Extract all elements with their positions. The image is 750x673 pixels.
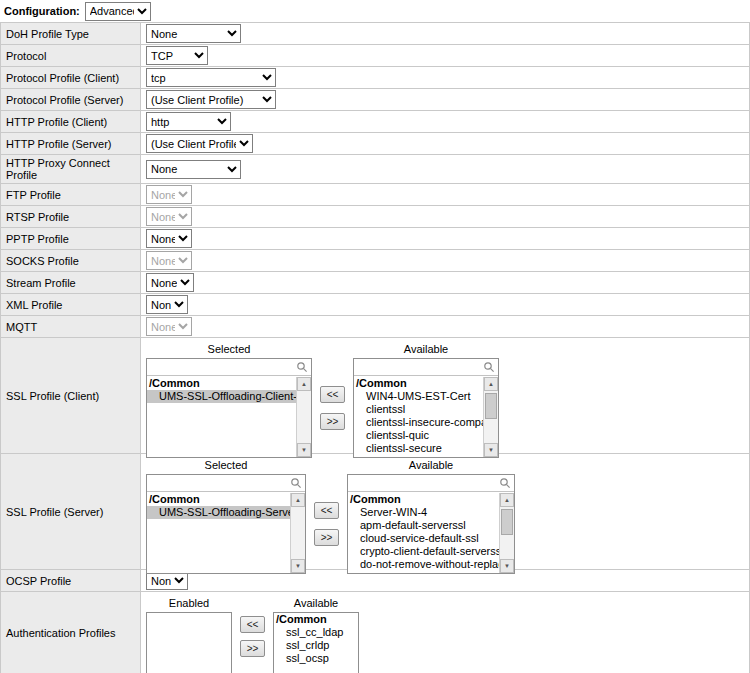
- scrollbar[interactable]: ▲ ▼: [499, 493, 514, 573]
- move-to-available-button[interactable]: >>: [240, 640, 265, 657]
- protocol-profile-client-select[interactable]: tcp: [146, 68, 276, 87]
- list-group-header[interactable]: /Common: [274, 613, 358, 626]
- field-label: Authentication Profiles: [1, 592, 141, 673]
- list-group-header[interactable]: /Common: [147, 493, 290, 506]
- ssl-server-dual-list: Selected /CommonUMS-SSL-Offloading-Serve…: [146, 458, 515, 574]
- search-filter[interactable]: [147, 475, 305, 492]
- profile-settings-table: DoH Profile Type None Protocol TCP Proto…: [0, 22, 750, 673]
- list-item[interactable]: crypto-server-default-clientssl: [354, 455, 483, 457]
- scrollbar[interactable]: ▲ ▼: [290, 493, 305, 573]
- move-to-available-button[interactable]: >>: [320, 413, 345, 430]
- ssl-client-dual-list: Selected /CommonUMS-SSL-Offloading-Clien…: [146, 342, 499, 458]
- scroll-down-icon[interactable]: ▼: [484, 443, 498, 457]
- row-ssl-profile-server: SSL Profile (Server) Selected /CommonUMS…: [1, 454, 749, 570]
- protocol-profile-server-select[interactable]: (Use Client Profile): [146, 90, 276, 109]
- list-item[interactable]: UMS-SSL-Offloading-Server-Profile: [147, 506, 290, 519]
- list-group-header[interactable]: /Common: [147, 377, 296, 390]
- http-profile-server-select[interactable]: (Use Client Profile): [146, 134, 253, 153]
- scrollbar-thumb[interactable]: [485, 393, 497, 419]
- auth-enabled-listbox[interactable]: [146, 612, 232, 673]
- list-item[interactable]: crypto-client-default-serverssl: [348, 545, 499, 558]
- ssl-client-selected-listbox[interactable]: /CommonUMS-SSL-Offloading-Client-Profile…: [146, 358, 312, 458]
- scrollbar-thumb[interactable]: [501, 509, 513, 535]
- list-item[interactable]: clientssl-quic: [354, 429, 483, 442]
- ssl-client-available-list[interactable]: /CommonWIN4-UMS-EST-Certclientsslclients…: [354, 377, 483, 457]
- auth-available-list[interactable]: /Commonssl_cc_ldapssl_crldpssl_ocsp: [274, 613, 358, 673]
- list-item[interactable]: do-not-remove-without-replacement: [348, 558, 499, 571]
- search-icon: [290, 477, 302, 489]
- configuration-select[interactable]: Advanced: [85, 2, 151, 21]
- move-to-selected-button[interactable]: <<: [320, 386, 345, 403]
- ssl-server-available-list[interactable]: /CommonServer-WIN-4apm-default-serverssl…: [348, 493, 499, 573]
- list-item[interactable]: Server-WIN-4: [348, 506, 499, 519]
- row-authentication-profiles: Authentication Profiles Enabled << >> Av…: [1, 592, 749, 673]
- list-item[interactable]: cloud-service-default-ssl: [348, 532, 499, 545]
- enabled-header: Enabled: [146, 596, 232, 612]
- scroll-up-icon[interactable]: ▲: [484, 377, 498, 391]
- list-group-header[interactable]: /Common: [354, 377, 483, 390]
- list-item[interactable]: ssl_crldp: [274, 639, 358, 652]
- list-item[interactable]: ssl_cc_ldap: [274, 626, 358, 639]
- search-icon: [296, 361, 308, 373]
- stream-profile-select[interactable]: None: [146, 273, 194, 292]
- auth-enabled-list[interactable]: [147, 613, 231, 673]
- pptp-profile-select[interactable]: None: [146, 229, 192, 248]
- field-label: Protocol: [1, 45, 141, 66]
- list-item[interactable]: ssl_ocsp: [274, 652, 358, 665]
- list-item[interactable]: UMS-SSL-Offloading-Client-Profile: [147, 390, 296, 403]
- list-item[interactable]: clientssl-insecure-compatible: [354, 416, 483, 429]
- move-to-available-button[interactable]: >>: [314, 529, 339, 546]
- protocol-select[interactable]: TCP: [146, 46, 208, 65]
- move-to-enabled-button[interactable]: <<: [240, 616, 265, 633]
- scroll-up-icon[interactable]: ▲: [500, 493, 514, 507]
- scroll-down-icon[interactable]: ▼: [297, 443, 311, 457]
- list-item[interactable]: WIN4-UMS-EST-Cert: [354, 390, 483, 403]
- scroll-down-icon[interactable]: ▼: [500, 559, 514, 573]
- row-http-proxy-connect-profile: HTTP Proxy Connect Profile None: [1, 155, 749, 184]
- doh-profile-type-select[interactable]: None: [146, 24, 241, 43]
- list-item[interactable]: apm-default-serverssl: [348, 519, 499, 532]
- ssl-server-selected-listbox[interactable]: /CommonUMS-SSL-Offloading-Server-Profile…: [146, 474, 306, 574]
- search-filter[interactable]: [147, 359, 311, 376]
- row-mqtt: MQTT None: [1, 316, 749, 338]
- search-icon: [483, 361, 495, 373]
- row-protocol-profile-server: Protocol Profile (Server) (Use Client Pr…: [1, 89, 749, 111]
- field-label: Stream Profile: [1, 272, 141, 293]
- scroll-down-icon[interactable]: ▼: [291, 559, 305, 573]
- ssl-client-selected-list[interactable]: /CommonUMS-SSL-Offloading-Client-Profile: [147, 377, 296, 457]
- ssl-server-selected-list[interactable]: /CommonUMS-SSL-Offloading-Server-Profile: [147, 493, 290, 573]
- scrollbar[interactable]: ▲ ▼: [296, 377, 311, 457]
- rtsp-profile-select: None: [146, 207, 192, 226]
- ssl-server-available-listbox[interactable]: /CommonServer-WIN-4apm-default-serverssl…: [347, 474, 515, 574]
- row-stream-profile: Stream Profile None: [1, 272, 749, 294]
- move-to-selected-button[interactable]: <<: [314, 502, 339, 519]
- field-label: SOCKS Profile: [1, 250, 141, 271]
- scroll-up-icon[interactable]: ▲: [297, 377, 311, 391]
- auth-available-listbox[interactable]: /Commonssl_cc_ldapssl_crldpssl_ocsp: [273, 612, 359, 673]
- field-label: PPTP Profile: [1, 228, 141, 249]
- auth-dual-list: Enabled << >> Available /Commonssl_cc_ld…: [146, 596, 359, 673]
- scrollbar[interactable]: ▲ ▼: [483, 377, 498, 457]
- selected-header: Selected: [146, 342, 312, 358]
- field-label: SSL Profile (Server): [1, 454, 141, 569]
- field-label: Protocol Profile (Client): [1, 67, 141, 88]
- http-proxy-connect-profile-select[interactable]: None: [146, 160, 241, 179]
- field-label: XML Profile: [1, 294, 141, 315]
- list-item[interactable]: clientssl: [354, 403, 483, 416]
- selected-header: Selected: [146, 458, 306, 474]
- field-label: SSL Profile (Client): [1, 338, 141, 453]
- field-label: HTTP Profile (Server): [1, 133, 141, 154]
- list-group-header[interactable]: /Common: [348, 493, 499, 506]
- list-item[interactable]: clientssl-secure: [354, 442, 483, 455]
- ssl-client-available-listbox[interactable]: /CommonWIN4-UMS-EST-Certclientsslclients…: [353, 358, 499, 458]
- list-item[interactable]: f5aas-default-ssl: [348, 571, 499, 573]
- field-label: MQTT: [1, 316, 141, 337]
- http-profile-client-select[interactable]: http: [146, 112, 231, 131]
- available-header: Available: [273, 596, 359, 612]
- search-filter[interactable]: [348, 475, 514, 492]
- search-filter[interactable]: [354, 359, 498, 376]
- scroll-up-icon[interactable]: ▲: [291, 493, 305, 507]
- row-rtsp-profile: RTSP Profile None: [1, 206, 749, 228]
- xml-profile-select[interactable]: None: [146, 295, 188, 314]
- socks-profile-select: None: [146, 251, 192, 270]
